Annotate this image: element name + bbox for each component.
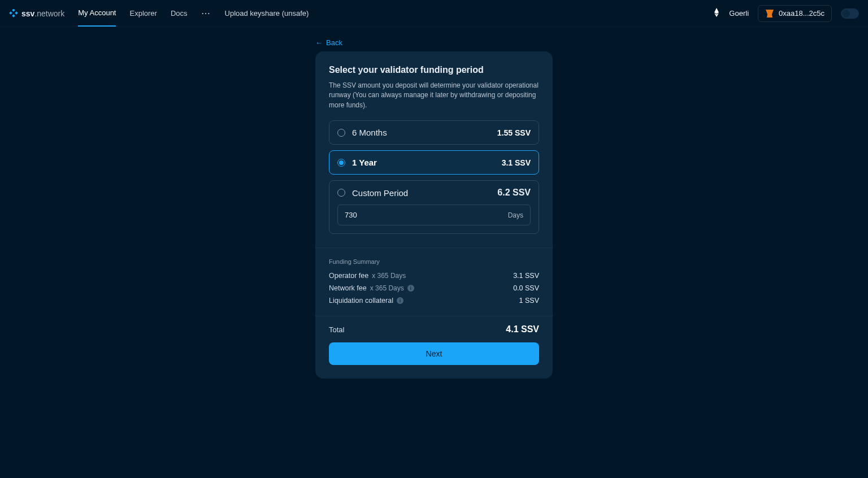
next-button[interactable]: Next xyxy=(329,342,539,365)
upload-keyshare-link[interactable]: Upload keyshare (unsafe) xyxy=(225,9,309,18)
card-title: Select your validator funding period xyxy=(329,65,539,75)
radio-icon xyxy=(337,129,345,137)
svg-rect-3 xyxy=(12,14,15,18)
svg-marker-5 xyxy=(767,14,772,18)
network-fee-mult: x 365 Days xyxy=(370,284,404,292)
operator-fee-label: Operator fee xyxy=(329,272,368,280)
total-label: Total xyxy=(329,325,344,334)
back-link[interactable]: ← Back xyxy=(315,38,553,47)
days-suffix: Days xyxy=(508,211,523,219)
wallet-address: 0xaa18...2c5c xyxy=(779,9,824,18)
metamask-icon xyxy=(765,9,774,18)
nav-my-account[interactable]: My Account xyxy=(78,0,116,27)
card-subtitle: The SSV amount you deposit will determin… xyxy=(329,81,539,110)
funding-summary: Funding Summary Operator fee x 365 Days … xyxy=(315,248,553,316)
back-label: Back xyxy=(326,38,342,47)
option-1-year[interactable]: 1 Year 3.1 SSV xyxy=(329,150,539,175)
operator-fee-value: 3.1 SSV xyxy=(513,272,539,280)
ethereum-icon xyxy=(713,8,720,19)
theme-toggle[interactable]: ☾ xyxy=(841,8,859,19)
svg-rect-2 xyxy=(15,11,18,15)
network-label[interactable]: Goerli xyxy=(729,9,749,18)
svg-rect-0 xyxy=(12,9,15,12)
info-icon[interactable]: i xyxy=(407,285,414,292)
option-cost: 6.2 SSV xyxy=(497,188,531,198)
logo-text-bold: ssv xyxy=(21,9,34,18)
option-label: 6 Months xyxy=(352,128,387,137)
logo-text-light: .network xyxy=(34,9,64,18)
network-fee-value: 0.0 SSV xyxy=(513,284,539,292)
arrow-left-icon: ← xyxy=(315,38,323,47)
option-label: 1 Year xyxy=(352,158,377,167)
nav-docs[interactable]: Docs xyxy=(171,1,188,26)
logo-icon xyxy=(9,9,18,18)
funding-card: Select your validator funding period The… xyxy=(315,51,553,379)
svg-marker-4 xyxy=(766,10,774,14)
option-cost: 1.55 SSV xyxy=(497,128,531,137)
brand-logo[interactable]: ssv.network xyxy=(9,9,64,18)
summary-title: Funding Summary xyxy=(329,258,539,265)
total-value: 4.1 SSV xyxy=(506,324,539,334)
option-cost: 3.1 SSV xyxy=(502,158,531,167)
option-custom[interactable]: Custom Period 6.2 SSV Days xyxy=(329,180,539,234)
operator-fee-mult: x 365 Days xyxy=(372,272,406,280)
custom-days-field[interactable]: Days xyxy=(337,205,531,225)
wallet-button[interactable]: 0xaa18...2c5c xyxy=(758,5,832,22)
info-icon[interactable]: i xyxy=(397,297,403,304)
svg-rect-1 xyxy=(9,11,12,15)
network-fee-label: Network fee xyxy=(329,284,367,292)
liquidation-value: 1 SSV xyxy=(519,297,539,305)
nav-explorer[interactable]: Explorer xyxy=(129,1,157,26)
liquidation-label: Liquidation collateral xyxy=(329,297,393,305)
radio-icon xyxy=(337,189,345,197)
option-6-months[interactable]: 6 Months 1.55 SSV xyxy=(329,120,539,145)
option-label: Custom Period xyxy=(352,188,408,198)
radio-icon xyxy=(337,159,345,167)
nav-more-icon[interactable]: ⋯ xyxy=(201,8,211,19)
custom-days-input[interactable] xyxy=(345,211,413,219)
moon-icon: ☾ xyxy=(843,10,848,16)
